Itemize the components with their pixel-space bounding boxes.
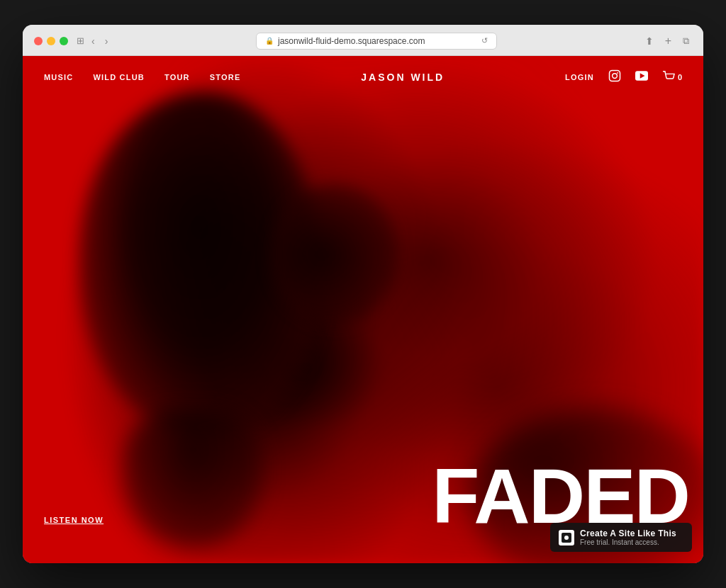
- new-tab-button[interactable]: +: [662, 33, 674, 49]
- minimize-button[interactable]: [47, 37, 55, 45]
- squarespace-badge-subtitle: Free trial. Instant access.: [580, 538, 676, 546]
- share-button[interactable]: ⬆: [642, 34, 657, 48]
- squarespace-logo-inner: [562, 533, 571, 543]
- nav-store[interactable]: STORE: [210, 73, 241, 81]
- close-button[interactable]: [34, 37, 43, 45]
- address-bar-container: 🔒 jasonwild-fluid-demo.squarespace.com ↺: [119, 33, 633, 50]
- cart-button[interactable]: 0: [662, 71, 682, 84]
- nav-left: MUSIC WILD CLUB TOUR STORE: [44, 73, 240, 81]
- nav-wildclub[interactable]: WILD CLUB: [93, 73, 145, 81]
- sidebar-toggle-button[interactable]: ⊞: [77, 35, 84, 46]
- traffic-lights: [34, 37, 68, 45]
- svg-point-2: [617, 72, 618, 74]
- browser-chrome: ⊞ ‹ › 🔒 jasonwild-fluid-demo.squarespace…: [23, 25, 703, 56]
- instagram-icon[interactable]: [608, 69, 621, 85]
- forward-button[interactable]: ›: [102, 34, 111, 48]
- nav-music[interactable]: MUSIC: [44, 73, 73, 81]
- main-nav: MUSIC WILD CLUB TOUR STORE JASON WILD LO…: [23, 56, 703, 98]
- url-text: jasonwild-fluid-demo.squarespace.com: [278, 36, 425, 46]
- listen-now-link[interactable]: LISTEN NOW: [44, 516, 104, 524]
- browser-controls: ⊞ ‹ ›: [77, 34, 111, 48]
- ear-shape: [271, 183, 398, 325]
- reload-icon[interactable]: ↺: [481, 36, 488, 45]
- address-bar[interactable]: 🔒 jasonwild-fluid-demo.squarespace.com ↺: [256, 33, 497, 50]
- browser-window: ⊞ ‹ › 🔒 jasonwild-fluid-demo.squarespace…: [23, 25, 703, 563]
- squarespace-logo-dot: [564, 536, 569, 540]
- lock-icon: 🔒: [265, 37, 274, 45]
- youtube-icon[interactable]: [635, 71, 648, 84]
- nav-right: LOGIN: [565, 69, 682, 85]
- maximize-button[interactable]: [60, 37, 68, 45]
- squarespace-badge[interactable]: Create A Site Like This Free trial. Inst…: [550, 523, 692, 552]
- website-content: MUSIC WILD CLUB TOUR STORE JASON WILD LO…: [23, 56, 703, 563]
- site-title: JASON WILD: [361, 72, 445, 83]
- tabs-button[interactable]: ⧉: [680, 34, 692, 48]
- back-button[interactable]: ‹: [89, 34, 98, 48]
- cart-icon: [662, 71, 675, 84]
- squarespace-badge-text: Create A Site Like This Free trial. Inst…: [580, 528, 676, 546]
- nav-login[interactable]: LOGIN: [565, 73, 594, 81]
- nav-center: JASON WILD: [240, 72, 565, 83]
- neck-shape: [122, 407, 264, 549]
- svg-rect-0: [609, 71, 620, 81]
- squarespace-badge-title: Create A Site Like This: [580, 528, 676, 538]
- svg-point-1: [613, 74, 618, 79]
- nav-tour[interactable]: TOUR: [164, 73, 190, 81]
- squarespace-logo: [559, 530, 574, 545]
- browser-right-buttons: ⬆ + ⧉: [642, 33, 692, 49]
- cart-count: 0: [678, 73, 682, 81]
